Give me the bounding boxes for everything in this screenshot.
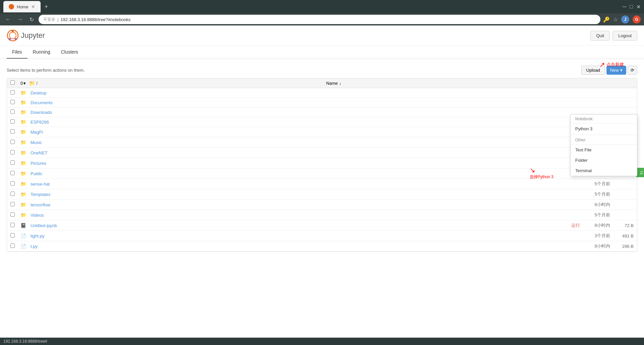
list-item: 📁 Music 5个月前 <box>7 137 637 148</box>
file-name[interactable]: ESP8266 <box>31 120 580 125</box>
folder-icon: 📁 <box>20 110 27 115</box>
browser-tab[interactable]: Home ✕ <box>3 1 41 12</box>
back-button[interactable]: ← <box>3 16 13 23</box>
tab-close-button[interactable]: ✕ <box>31 4 35 9</box>
logout-button[interactable]: Logout <box>612 31 637 41</box>
python-file-icon: 📄 <box>20 233 27 238</box>
file-size: 491 B <box>613 233 634 238</box>
terminal-menu-item[interactable]: Terminal <box>571 165 637 176</box>
path-nav: 📁 / <box>29 80 38 86</box>
list-item: 📁 tensorflow 6小时内 <box>7 200 637 210</box>
file-name[interactable]: Videos <box>31 213 580 218</box>
folder-icon: 📁 <box>20 192 27 197</box>
profile-icon-g[interactable]: G <box>633 15 641 23</box>
file-name[interactable]: Downloads <box>31 110 580 115</box>
jupyter-logo-icon <box>7 29 19 42</box>
file-size: 296 B <box>613 244 634 249</box>
row-checkbox[interactable] <box>10 160 15 165</box>
file-date: 6小时内 <box>583 202 610 208</box>
reload-button[interactable]: ↻ <box>28 16 36 23</box>
tab-title: Home <box>17 4 29 9</box>
file-browser-header: Select items to perform actions on them.… <box>7 66 637 75</box>
file-name[interactable]: Pictures <box>31 161 580 166</box>
folder-icon: 📁 <box>20 212 27 218</box>
svg-point-4 <box>15 38 17 40</box>
header-checkbox[interactable] <box>10 80 17 86</box>
file-name[interactable]: MagPi <box>31 130 580 135</box>
list-item: 📁 Desktop <box>7 88 637 98</box>
sort-arrow: ↓ <box>339 81 341 86</box>
row-checkbox[interactable] <box>10 150 15 154</box>
text-file-menu-item[interactable]: Text File <box>571 145 637 155</box>
row-checkbox[interactable] <box>10 233 15 237</box>
file-table-header: 0 ▾ 📁 / Name ↓ te <box>7 78 637 88</box>
list-item: 📄 light.py 3个月前 491 B <box>7 231 637 241</box>
file-name[interactable]: Music <box>31 140 580 145</box>
name-label: Name <box>326 81 338 86</box>
file-name[interactable]: Desktop <box>31 90 580 95</box>
row-checkbox[interactable] <box>10 171 15 175</box>
url-text: 192.168.3.16:8888/tree?#notebooks <box>60 17 130 22</box>
svg-point-3 <box>9 38 11 40</box>
file-date: 5个月前 <box>583 191 610 197</box>
tab-clusters[interactable]: Clusters <box>56 46 84 59</box>
row-checkbox[interactable] <box>10 140 15 144</box>
close-button[interactable]: ✕ <box>636 4 641 10</box>
row-checkbox[interactable] <box>10 119 15 124</box>
maximize-button[interactable]: □ <box>630 4 633 10</box>
folder-menu-item[interactable]: Folder <box>571 155 637 165</box>
row-checkbox[interactable] <box>10 129 15 134</box>
file-name[interactable]: Documents <box>31 100 580 105</box>
file-name[interactable]: OneNET <box>31 150 580 155</box>
file-name[interactable]: tensorflow <box>31 202 580 207</box>
refresh-button[interactable]: ⟳ <box>628 66 637 75</box>
list-item: 📄 t.py 8小时内 296 B <box>7 241 637 252</box>
profile-icon-j[interactable]: J <box>621 15 629 23</box>
row-checkbox[interactable] <box>10 100 15 104</box>
list-item: 📁 OneNET 3个月前 <box>7 148 637 158</box>
row-checkbox[interactable] <box>10 181 15 186</box>
star-icon[interactable]: ☆ <box>613 16 618 23</box>
svg-point-2 <box>12 30 14 32</box>
minimize-button[interactable]: ─ <box>623 4 626 10</box>
file-size: 72 B <box>613 223 634 228</box>
forward-button[interactable]: → <box>15 16 25 23</box>
action-col-header: te <box>630 81 634 86</box>
row-checkbox[interactable] <box>10 202 15 206</box>
file-name[interactable]: sense-hat <box>31 182 580 187</box>
select-all-checkbox[interactable] <box>10 80 15 85</box>
row-checkbox[interactable] <box>10 192 15 196</box>
running-status: 运行 <box>571 222 580 228</box>
tab-running[interactable]: Running <box>28 46 56 59</box>
notebook-icon: 📓 <box>20 223 27 228</box>
file-name[interactable]: light.py <box>31 233 580 238</box>
count-dropdown-icon[interactable]: ▾ <box>23 81 26 86</box>
jupyter-header: Jupyter Quit Logout <box>0 25 644 46</box>
annotation-new-label: 点击新建 <box>606 62 624 68</box>
address-bar[interactable]: 不安全 | 192.168.3.16:8888/tree?#notebooks <box>39 15 600 24</box>
browser-navbar: ← → ↻ 不安全 | 192.168.3.16:8888/tree?#note… <box>0 13 644 25</box>
header-buttons: Quit Logout <box>590 31 637 41</box>
name-column-header[interactable]: Name ↓ <box>326 81 341 86</box>
tab-files[interactable]: Files <box>7 46 28 59</box>
python3-menu-item[interactable]: Python 3 <box>571 124 637 134</box>
file-name[interactable]: t.py <box>31 244 580 249</box>
new-tab-button[interactable]: + <box>45 3 48 10</box>
file-name[interactable]: Templates <box>31 192 580 197</box>
row-checkbox[interactable] <box>10 244 15 248</box>
folder-icon: 📁 <box>20 171 27 176</box>
file-name[interactable]: Untitled.ipynb <box>31 223 565 228</box>
annotation-python: ↘ 选择Python 3 <box>530 166 553 180</box>
window-controls: ─ □ ✕ <box>623 4 641 10</box>
row-checkbox[interactable] <box>10 212 15 217</box>
row-checkbox[interactable] <box>10 110 15 114</box>
row-checkbox[interactable] <box>10 90 15 94</box>
file-name[interactable]: Public <box>31 171 580 176</box>
new-arrow-icon: ↗ <box>599 61 605 69</box>
folder-icon: 📁 <box>29 80 35 86</box>
file-browser: Select items to perform actions on them.… <box>0 59 644 259</box>
quit-button[interactable]: Quit <box>590 31 610 41</box>
row-checkbox[interactable] <box>10 223 15 227</box>
list-item: 📓 Untitled.ipynb 运行 8小时内 72 B <box>7 220 637 231</box>
side-badge-text: 74 <box>639 170 643 175</box>
